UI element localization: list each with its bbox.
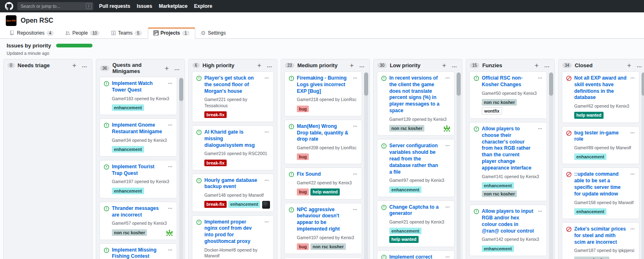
issue-title-link[interactable]: Hourly game database backup event (204, 177, 261, 191)
card-menu-button[interactable]: … (263, 219, 271, 223)
issue-title-link[interactable]: Player's get stuck on the second floor o… (204, 75, 261, 94)
nav-pull-requests[interactable]: Pull requests (99, 3, 130, 9)
add-card-button[interactable]: + (163, 65, 170, 72)
card-menu-button[interactable]: … (352, 206, 359, 211)
issue-card[interactable]: ::update command able to be set a specif… (562, 167, 639, 219)
issue-card[interactable]: Mining guild mine has too much mith and … (284, 257, 362, 259)
issue-title-link[interactable]: Implement Gnome Restaurant Minigame (112, 122, 164, 135)
label-bug[interactable]: bug (297, 106, 309, 112)
nav-explore[interactable]: Explore (194, 3, 212, 9)
card-menu-button[interactable]: … (263, 75, 271, 79)
card-menu-button[interactable]: … (263, 177, 271, 181)
issue-title-link[interactable]: Allow players to choose their character'… (482, 126, 534, 172)
issue-title-link[interactable]: Fix Sound (297, 171, 349, 178)
card-menu-button[interactable]: … (537, 125, 544, 130)
issue-card[interactable]: Change Captcha to a generator…Game#21 op… (377, 200, 455, 247)
tab-repositories[interactable]: Repositories 4 (4, 28, 59, 39)
label-help-wanted[interactable]: help wanted (389, 236, 419, 243)
label-enhancement[interactable]: enhancement (112, 104, 144, 111)
card-menu-button[interactable]: … (444, 254, 452, 258)
add-card-button[interactable]: + (348, 62, 355, 69)
card-menu-button[interactable]: … (444, 204, 452, 208)
issue-card[interactable]: Hourly game database backup event…Game#1… (192, 174, 274, 212)
label-bug[interactable]: bug (297, 188, 309, 195)
card-menu-button[interactable]: … (629, 130, 637, 134)
label-bug[interactable]: bug (297, 243, 309, 250)
issue-card[interactable]: Firemaking - Burning Logs gives incorrec… (284, 71, 362, 116)
tab-teams[interactable]: Teams 5 (105, 28, 148, 39)
label-enhancement[interactable]: enhancement (112, 188, 144, 194)
label-non-rsc-kosher[interactable]: non rsc kosher (574, 257, 609, 259)
tab-settings[interactable]: Settings (195, 28, 232, 39)
label-enhancement[interactable]: enhancement (389, 186, 421, 193)
nav-issues[interactable]: Issues (137, 3, 152, 9)
issue-card[interactable]: Implement Gnome Restaurant Minigame…Game… (99, 118, 177, 157)
column-menu-button[interactable]: … (173, 66, 181, 71)
issue-card[interactable]: Implement proper nginx conf from dev int… (192, 215, 274, 259)
issue-card[interactable]: Server configuration variables should be… (377, 139, 455, 197)
label-enhancement[interactable]: enhancement (574, 153, 606, 160)
issue-title-link[interactable]: Change Captcha to a generator (389, 204, 442, 217)
issue-title-link[interactable]: Official RSC non-Kosher Changes (482, 75, 534, 88)
card-menu-button[interactable]: … (629, 226, 637, 230)
label-enhancement[interactable]: enhancement (482, 182, 514, 189)
card-menu-button[interactable]: … (352, 75, 359, 79)
tab-people[interactable]: People 10 (59, 28, 105, 39)
add-card-button[interactable]: + (71, 62, 78, 69)
issue-card[interactable]: Official RSC non-Kosher Changes…Game#50 … (469, 71, 547, 119)
label-break-fix[interactable]: break-fix (204, 160, 227, 166)
issue-title-link[interactable]: Man(Men) Wrong Drop table, quantity & dr… (297, 123, 349, 143)
label-non-rsc-kosher[interactable]: non rsc kosher (389, 125, 424, 132)
add-card-button[interactable]: + (533, 62, 540, 69)
card-menu-button[interactable]: … (537, 208, 544, 212)
card-menu-button[interactable]: … (629, 75, 637, 79)
column-menu-button[interactable]: … (358, 63, 366, 68)
card-menu-button[interactable]: … (537, 75, 544, 79)
column-menu-button[interactable]: … (635, 63, 644, 68)
card-menu-button[interactable]: … (167, 80, 174, 85)
issue-card[interactable]: Not all EXP award and skill events have … (562, 71, 639, 123)
label-enhancement[interactable]: enhancement (112, 146, 144, 153)
label-break-fix[interactable]: break-fix (204, 201, 227, 207)
column-scrollbar-thumb[interactable] (642, 73, 644, 96)
github-logo-icon[interactable] (5, 2, 13, 10)
label-break-fix[interactable]: break-fix (204, 111, 227, 118)
issue-title-link[interactable]: Server configuration variables should be… (389, 143, 442, 175)
issue-card[interactable]: Allow players to choose their character'… (469, 122, 547, 201)
tab-projects[interactable]: Projects 1 (148, 28, 195, 39)
issue-card[interactable]: Implement Tourist Trap Quest…Game#197 op… (99, 160, 177, 198)
issue-card[interactable]: Allow players to input RGB and/or hex co… (469, 205, 547, 256)
issue-title-link[interactable]: Zeke's scimitar prices for steel and mit… (574, 226, 627, 245)
label-enhancement[interactable]: enhancement (228, 201, 260, 207)
issue-title-link[interactable]: Implement proper nginx conf from dev int… (204, 219, 261, 245)
issue-card[interactable]: Zeke's scimitar prices for steel and mit… (562, 222, 639, 259)
issue-title-link[interactable]: In recent versions of the client the gam… (389, 75, 442, 114)
column-menu-button[interactable]: … (450, 63, 459, 68)
issue-card[interactable]: bug tester in-game role…Game#89 opened b… (562, 126, 639, 165)
card-menu-button[interactable]: … (167, 122, 174, 126)
label-non-rsc-kosher[interactable]: non rsc kosher (310, 243, 346, 250)
issue-card[interactable]: Implement Watch Tower Quest…Game#183 ope… (99, 77, 177, 115)
issue-card[interactable]: Fix Sound…Game#22 opened by Kenix3bughel… (284, 167, 362, 199)
issue-title-link[interactable]: Firemaking - Burning Logs gives incorrec… (297, 75, 349, 94)
label-non-rsc-kosher[interactable]: non rsc kosher (482, 191, 517, 197)
card-menu-button[interactable]: … (263, 129, 271, 133)
card-menu-button[interactable]: … (352, 123, 359, 127)
column-scrollbar-thumb[interactable] (549, 73, 553, 96)
issue-title-link[interactable]: NPC aggressive behaviour doesn't appear … (297, 207, 349, 233)
label-help-wanted[interactable]: help wanted (310, 188, 340, 195)
label-enhancement[interactable]: enhancement (389, 228, 421, 234)
issue-title-link[interactable]: ::update command able to be set a specif… (574, 171, 627, 197)
column-scrollbar-thumb[interactable] (364, 73, 368, 96)
card-menu-button[interactable]: … (167, 247, 174, 251)
issue-title-link[interactable]: Implement correct adding/removing friend… (389, 254, 442, 259)
issue-title-link[interactable]: Implement Tourist Trap Quest (112, 164, 164, 177)
issue-card[interactable]: Implement Missing Fishing Contest Behavi… (99, 243, 177, 259)
column-scrollbar-thumb[interactable] (179, 78, 183, 101)
column-scrollbar-thumb[interactable] (457, 73, 461, 96)
issue-card[interactable]: In recent versions of the client the gam… (377, 71, 455, 136)
issue-title-link[interactable]: bug tester in-game role (574, 130, 627, 143)
card-menu-button[interactable]: … (444, 142, 452, 147)
add-card-button[interactable]: + (441, 62, 447, 69)
issue-card[interactable]: Man(Men) Wrong Drop table, quantity & dr… (284, 120, 362, 165)
